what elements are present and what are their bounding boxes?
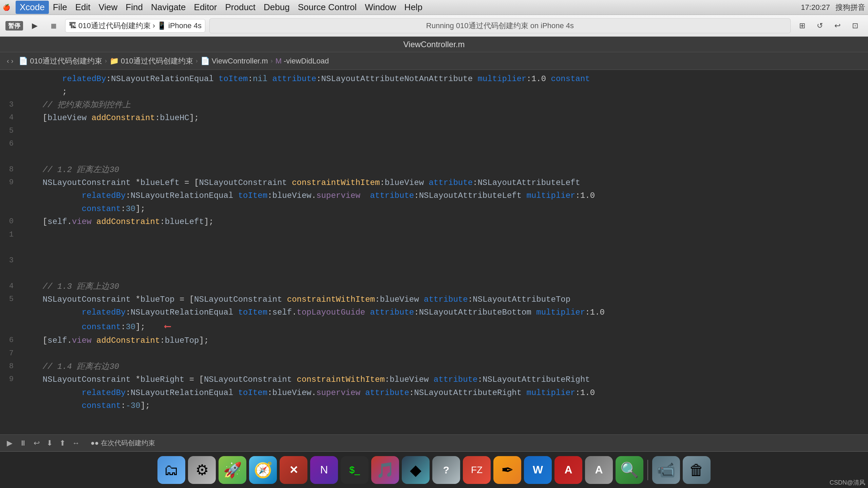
breadcrumb-label-4: -viewDidLoad [284, 57, 329, 65]
menu-edit[interactable]: Edit [71, 1, 95, 14]
dock-app1[interactable]: ◆ [402, 456, 430, 484]
code-line: relatedBy:NSLayoutRelationEqual toItem:n… [0, 73, 868, 86]
code-line: 6 [self.view addConstraint:blueTop]; [0, 334, 868, 347]
apple-menu[interactable]: 🍎 [3, 4, 10, 11]
breadcrumb-label-1: 010通过代码创建约束 [30, 56, 102, 66]
breadcrumb-item-1[interactable]: 📄 010通过代码创建约束 [19, 56, 102, 66]
dock-divider [647, 460, 648, 480]
breadcrumb-sep-1: › [105, 57, 107, 64]
dock-app3[interactable]: ✒ [493, 456, 521, 484]
code-content: relatedBy:NSLayoutRelationEqual toItem:n… [0, 70, 868, 415]
breadcrumb-item-2[interactable]: 📁 010通过代码创建约束 [110, 56, 193, 66]
toolbar: 暂停 ▶ ◼ 🏗 010通过代码创建约束 › 📱 iPhone 4s Runni… [0, 15, 868, 37]
dock-trash[interactable]: 🗑 [683, 456, 711, 484]
file-title-bar: ViewController.m [0, 37, 868, 52]
menu-input-method[interactable]: 搜狗拼音 [835, 2, 865, 13]
menu-product[interactable]: Product [221, 1, 260, 14]
layout-btn-1[interactable]: ⊞ [795, 18, 810, 33]
menu-xcode[interactable]: Xcode [16, 1, 49, 14]
dock-itunes[interactable]: 🎵 [371, 456, 399, 484]
device-separator: › [153, 21, 155, 30]
code-line: 7 [0, 348, 868, 360]
code-line: 6 [0, 138, 868, 151]
layout-btn-3[interactable]: ↩ [830, 18, 845, 33]
device-icon: 📱 [157, 21, 166, 30]
stop-button[interactable]: ◼ [46, 18, 61, 33]
menu-file[interactable]: File [49, 1, 71, 14]
scheme-icon: 🏗 [69, 21, 76, 30]
layout-btn-2[interactable]: ↺ [812, 18, 827, 33]
run-button[interactable]: ▶ [27, 18, 42, 33]
dock-ia-writer[interactable]: A [585, 456, 613, 484]
dock-preview[interactable]: 🔍 [616, 456, 643, 484]
dock-terminal[interactable]: $_ [341, 456, 369, 484]
breadcrumb: ‹ › 📄 010通过代码创建约束 › 📁 010通过代码创建约束 › 📄 Vi… [0, 52, 868, 70]
breadcrumb-label-2: 010通过代码创建约束 [121, 56, 193, 66]
breadcrumb-label-3: ViewController.m [212, 57, 268, 65]
menu-clock: 17:20:27 [801, 3, 830, 12]
code-line: 0 [self.view addConstraint:blueLeft]; [0, 215, 868, 228]
breadcrumb-icon-3: 📄 [201, 57, 210, 65]
breadcrumb-icon-1: 📄 [19, 57, 28, 65]
breadcrumb-item-4[interactable]: M -viewDidLoad [276, 57, 329, 65]
breadcrumb-icon-2: 📁 [110, 57, 119, 65]
watermark: CSDN@清风 [830, 478, 865, 487]
code-line: 5 NSLayoutConstraint *blueTop = [NSLayou… [0, 293, 868, 306]
menu-window[interactable]: Window [361, 1, 400, 14]
dock: 🗂 ⚙ 🚀 🧭 ✕ N $_ 🎵 ◆ ? FZ ✒ W A A 🔍 📹 🗑 [0, 451, 868, 488]
dock-safari[interactable]: 🧭 [249, 456, 277, 484]
code-line: relatedBy:NSLayoutRelationEqual toItem:b… [0, 189, 868, 202]
scheme-name: 010通过代码创建约束 [78, 21, 151, 31]
code-line: 8 // 1.4 距离右边30 [0, 360, 868, 373]
code-line: 9 NSLayoutConstraint *blueLeft = [NSLayo… [0, 176, 868, 189]
debug-bar: ▶ ⏸ ↩ ⬇ ⬆ ↔ ●● 在次代码创建约束 [0, 434, 868, 451]
breadcrumb-back[interactable]: ‹ [7, 57, 9, 65]
menu-navigate[interactable]: Navigate [147, 1, 190, 14]
dock-app2[interactable]: ? [432, 456, 460, 484]
code-line: 3 // 把约束添加到控件上 [0, 99, 868, 112]
debug-pause[interactable]: ⏸ [19, 439, 27, 448]
debug-continue[interactable]: ▶ [7, 439, 13, 448]
code-line: 8 // 1.2 距离左边30 [0, 164, 868, 176]
dock-screen-recording[interactable]: 📹 [652, 456, 680, 484]
debug-step-out[interactable]: ⬆ [59, 439, 65, 448]
dock-system-prefs[interactable]: ⚙ [188, 456, 216, 484]
code-line: relatedBy:NSLayoutRelationEqual toItem:b… [0, 387, 868, 399]
menu-source-control[interactable]: Source Control [294, 1, 361, 14]
menu-bar-right: 17:20:27 搜狗拼音 [801, 2, 865, 13]
code-line: constant:30]; [0, 203, 868, 215]
dock-filezilla[interactable]: FZ [463, 456, 491, 484]
breadcrumb-nav: ‹ › [7, 57, 13, 65]
code-line: 4 // 1.3 距离上边30 [0, 280, 868, 293]
toolbar-right: ⊞ ↺ ↩ ⊡ [795, 18, 863, 33]
scheme-selector[interactable]: 🏗 010通过代码创建约束 › 📱 iPhone 4s [65, 19, 205, 33]
breadcrumb-sep-3: › [271, 57, 273, 64]
debug-step-over[interactable]: ↩ [34, 439, 40, 448]
debug-jump[interactable]: ↔ [72, 439, 80, 448]
dock-finder[interactable]: 🗂 [157, 456, 185, 484]
code-line: 1 [0, 229, 868, 242]
breadcrumb-item-3[interactable]: 📄 ViewController.m [201, 57, 268, 65]
code-line: constant:-30]; [0, 399, 868, 412]
code-line: 5 [0, 125, 868, 138]
debug-step-into[interactable]: ⬇ [46, 439, 53, 448]
menu-find[interactable]: Find [121, 1, 147, 14]
dock-word[interactable]: W [524, 456, 552, 484]
code-line [0, 151, 868, 164]
dock-onenote[interactable]: N [310, 456, 338, 484]
code-editor[interactable]: relatedBy:NSLayoutRelationEqual toItem:n… [0, 70, 868, 434]
file-title: ViewController.m [403, 40, 465, 49]
code-line [0, 242, 868, 255]
menu-editor[interactable]: Editor [190, 1, 221, 14]
breadcrumb-forward[interactable]: › [11, 57, 14, 65]
menu-help[interactable]: Help [400, 1, 427, 14]
debug-label: ●● 在次代码创建约束 [91, 438, 155, 448]
menu-debug[interactable]: Debug [260, 1, 294, 14]
dock-xapp[interactable]: ✕ [280, 456, 307, 484]
code-line: relatedBy:NSLayoutRelationEqual toItem:s… [0, 306, 868, 319]
menu-view[interactable]: View [94, 1, 121, 14]
layout-btn-4[interactable]: ⊡ [848, 18, 863, 33]
dock-launchpad[interactable]: 🚀 [219, 456, 246, 484]
menu-bar: 🍎 Xcode File Edit View Find Navigate Edi… [0, 0, 868, 15]
dock-acrobat[interactable]: A [554, 456, 582, 484]
